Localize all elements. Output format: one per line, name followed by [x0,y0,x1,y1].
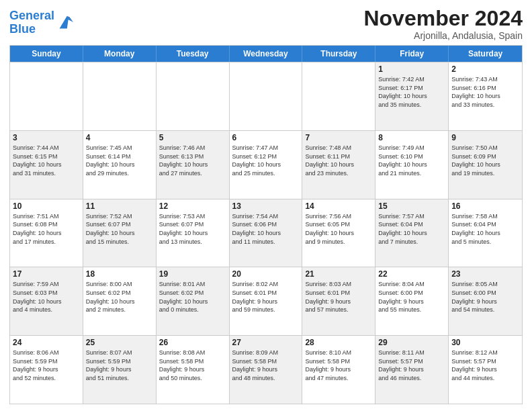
cell-info: Sunrise: 7:46 AM Sunset: 6:13 PM Dayligh… [159,144,226,177]
day-number: 4 [86,133,153,142]
day-cell-23: 23Sunrise: 8:05 AM Sunset: 6:00 PM Dayli… [449,267,522,335]
cell-info: Sunrise: 7:48 AM Sunset: 6:11 PM Dayligh… [305,144,372,177]
cell-info: Sunrise: 7:50 AM Sunset: 6:09 PM Dayligh… [451,144,519,177]
subtitle: Arjonilla, Andalusia, Spain [363,30,523,41]
day-cell-30: 30Sunrise: 8:12 AM Sunset: 5:57 PM Dayli… [449,336,522,404]
cell-info: Sunrise: 8:05 AM Sunset: 6:00 PM Dayligh… [451,280,519,314]
day-number: 29 [378,338,445,347]
title-block: November 2024 Arjonilla, Andalusia, Spai… [363,7,523,41]
day-number: 13 [232,201,300,211]
day-cell-3: 3Sunrise: 7:44 AM Sunset: 6:15 PM Daylig… [10,131,83,199]
day-number: 15 [378,201,445,211]
day-cell-2: 2Sunrise: 7:43 AM Sunset: 6:16 PM Daylig… [449,62,522,130]
cell-info: Sunrise: 8:03 AM Sunset: 6:01 PM Dayligh… [305,280,372,314]
day-cell-19: 19Sunrise: 8:01 AM Sunset: 6:02 PM Dayli… [157,267,230,335]
cell-info: Sunrise: 7:56 AM Sunset: 6:05 PM Dayligh… [305,212,372,246]
cell-info: Sunrise: 7:58 AM Sunset: 6:04 PM Dayligh… [451,212,519,246]
day-cell-29: 29Sunrise: 8:11 AM Sunset: 5:57 PM Dayli… [375,336,449,404]
day-cell-22: 22Sunrise: 8:04 AM Sunset: 6:00 PM Dayli… [375,267,449,335]
cell-info: Sunrise: 8:09 AM Sunset: 5:58 PM Dayligh… [232,349,300,382]
day-number: 30 [451,338,519,347]
weekday-header-friday: Friday [375,46,449,62]
day-cell-9: 9Sunrise: 7:50 AM Sunset: 6:09 PM Daylig… [449,131,522,199]
logo-icon [56,13,75,32]
day-cell-8: 8Sunrise: 7:49 AM Sunset: 6:10 PM Daylig… [375,131,449,199]
cell-info: Sunrise: 8:06 AM Sunset: 5:59 PM Dayligh… [13,349,80,382]
day-number: 18 [86,269,153,279]
empty-cell [157,62,230,130]
day-number: 28 [305,338,372,347]
page: General Blue November 2024 Arjonilla, An… [0,0,532,411]
cell-info: Sunrise: 7:49 AM Sunset: 6:10 PM Dayligh… [378,144,445,177]
cell-info: Sunrise: 7:53 AM Sunset: 6:07 PM Dayligh… [159,212,226,246]
calendar: SundayMondayTuesdayWednesdayThursdayFrid… [9,45,523,404]
day-number: 24 [13,338,80,347]
cell-info: Sunrise: 7:42 AM Sunset: 6:17 PM Dayligh… [378,75,445,109]
day-cell-13: 13Sunrise: 7:54 AM Sunset: 6:06 PM Dayli… [230,199,303,267]
calendar-body: 1Sunrise: 7:42 AM Sunset: 6:17 PM Daylig… [10,62,522,404]
day-number: 16 [451,201,519,211]
day-cell-16: 16Sunrise: 7:58 AM Sunset: 6:04 PM Dayli… [449,199,522,267]
cell-info: Sunrise: 7:43 AM Sunset: 6:16 PM Dayligh… [451,75,519,109]
day-cell-14: 14Sunrise: 7:56 AM Sunset: 6:05 PM Dayli… [302,199,375,267]
day-number: 12 [159,201,226,211]
day-cell-12: 12Sunrise: 7:53 AM Sunset: 6:07 PM Dayli… [157,199,230,267]
cell-info: Sunrise: 7:51 AM Sunset: 6:08 PM Dayligh… [13,212,80,246]
cal-row-3: 17Sunrise: 7:59 AM Sunset: 6:03 PM Dayli… [10,267,522,335]
empty-cell [10,62,83,130]
day-cell-24: 24Sunrise: 8:06 AM Sunset: 5:59 PM Dayli… [10,336,83,404]
weekday-header-wednesday: Wednesday [230,46,303,62]
empty-cell [302,62,375,130]
day-cell-21: 21Sunrise: 8:03 AM Sunset: 6:01 PM Dayli… [302,267,375,335]
cell-info: Sunrise: 8:10 AM Sunset: 5:58 PM Dayligh… [305,349,372,382]
cell-info: Sunrise: 8:11 AM Sunset: 5:57 PM Dayligh… [378,349,445,382]
day-cell-25: 25Sunrise: 8:07 AM Sunset: 5:59 PM Dayli… [83,336,157,404]
day-number: 1 [378,64,445,74]
day-number: 20 [232,269,300,279]
cell-info: Sunrise: 7:47 AM Sunset: 6:12 PM Dayligh… [232,144,300,177]
cell-info: Sunrise: 7:44 AM Sunset: 6:15 PM Dayligh… [13,144,80,177]
logo: General Blue [9,9,75,36]
day-number: 8 [378,133,445,142]
day-number: 26 [159,338,226,347]
day-number: 14 [305,201,372,211]
cell-info: Sunrise: 7:54 AM Sunset: 6:06 PM Dayligh… [232,212,300,246]
day-number: 9 [451,133,519,142]
cell-info: Sunrise: 8:01 AM Sunset: 6:02 PM Dayligh… [159,280,226,314]
empty-cell [230,62,303,130]
day-cell-10: 10Sunrise: 7:51 AM Sunset: 6:08 PM Dayli… [10,199,83,267]
day-number: 19 [159,269,226,279]
day-number: 21 [305,269,372,279]
day-cell-1: 1Sunrise: 7:42 AM Sunset: 6:17 PM Daylig… [375,62,449,130]
day-number: 27 [232,338,300,347]
weekday-header-sunday: Sunday [10,46,83,62]
day-cell-6: 6Sunrise: 7:47 AM Sunset: 6:12 PM Daylig… [230,131,303,199]
day-number: 17 [13,269,80,279]
day-cell-7: 7Sunrise: 7:48 AM Sunset: 6:11 PM Daylig… [302,131,375,199]
cell-info: Sunrise: 7:45 AM Sunset: 6:14 PM Dayligh… [86,144,153,177]
cell-info: Sunrise: 7:52 AM Sunset: 6:07 PM Dayligh… [86,212,153,246]
cell-info: Sunrise: 8:07 AM Sunset: 5:59 PM Dayligh… [86,349,153,382]
cell-info: Sunrise: 8:04 AM Sunset: 6:00 PM Dayligh… [378,280,445,314]
day-number: 11 [86,201,153,211]
day-number: 6 [232,133,300,142]
day-cell-17: 17Sunrise: 7:59 AM Sunset: 6:03 PM Dayli… [10,267,83,335]
day-number: 10 [13,201,80,211]
day-cell-11: 11Sunrise: 7:52 AM Sunset: 6:07 PM Dayli… [83,199,157,267]
day-cell-15: 15Sunrise: 7:57 AM Sunset: 6:04 PM Dayli… [375,199,449,267]
cal-row-1: 3Sunrise: 7:44 AM Sunset: 6:15 PM Daylig… [10,130,522,199]
cell-info: Sunrise: 8:12 AM Sunset: 5:57 PM Dayligh… [451,349,519,382]
month-title: November 2024 [363,7,523,30]
weekday-header-saturday: Saturday [449,46,522,62]
day-cell-20: 20Sunrise: 8:02 AM Sunset: 6:01 PM Dayli… [230,267,303,335]
weekday-header-monday: Monday [83,46,157,62]
cal-row-0: 1Sunrise: 7:42 AM Sunset: 6:17 PM Daylig… [10,62,522,130]
cell-info: Sunrise: 7:57 AM Sunset: 6:04 PM Dayligh… [378,212,445,246]
cell-info: Sunrise: 7:59 AM Sunset: 6:03 PM Dayligh… [13,280,80,314]
cell-info: Sunrise: 8:00 AM Sunset: 6:02 PM Dayligh… [86,280,153,314]
day-number: 5 [159,133,226,142]
cal-row-2: 10Sunrise: 7:51 AM Sunset: 6:08 PM Dayli… [10,199,522,267]
empty-cell [83,62,157,130]
logo-text: General Blue [9,9,54,36]
day-number: 23 [451,269,519,279]
